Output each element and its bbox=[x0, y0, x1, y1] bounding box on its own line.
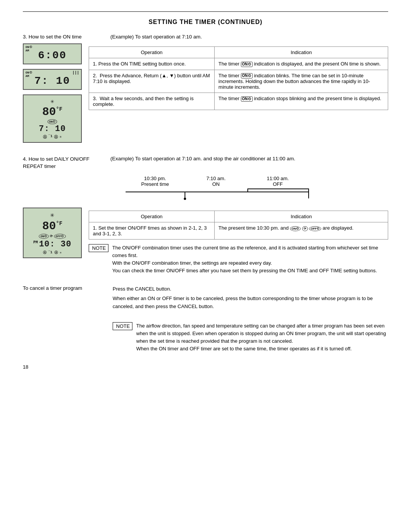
section-4: 4. How to set DAILY ON/OFF REPEAT timer … bbox=[23, 156, 388, 275]
timeline-diagram: 10:30 pm. Present time 7:10 am. ON 11:00… bbox=[46, 176, 388, 202]
on-timer-icon-3: ON⏲ bbox=[241, 96, 253, 102]
s4-ind-col-header: Indication bbox=[215, 211, 388, 222]
note-label-2: NOTE bbox=[113, 322, 132, 330]
section-3-body: ON⏲ AM 6:00 ON⏲ AM ||| 7: 10 ✳ 80°F bbox=[23, 43, 388, 145]
op-cell-1: 1. Press the ON TIME setting button once… bbox=[89, 58, 215, 70]
section-4-note: NOTE The ON/OFF combination timer uses t… bbox=[89, 244, 388, 275]
cancel-label: To cancel a timer program bbox=[23, 285, 107, 291]
ind-cell-1: The timer ON⏲ indication is displayed, a… bbox=[215, 58, 388, 70]
timeline-off-desc: OFF bbox=[273, 181, 283, 187]
section-3-label: 3. How to set the ON time bbox=[23, 34, 107, 40]
table-row: 1. Set the timer ON/OFF times as shown i… bbox=[89, 222, 388, 239]
cancel-text: Press the CANCEL button. When either an … bbox=[113, 285, 388, 310]
ind-cell-3: The timer ON⏲ indication stops blinking … bbox=[215, 93, 388, 110]
final-note: NOTE The airflow direction, fan speed an… bbox=[113, 322, 388, 353]
rotate-icon: ⟳ bbox=[302, 226, 308, 231]
op-cell-3: 3. Wait a few seconds, and then the sett… bbox=[89, 93, 215, 110]
timeline-graphic bbox=[126, 188, 308, 202]
s4-op-cell-1: 1. Set the timer ON/OFF times as shown i… bbox=[89, 222, 215, 239]
lcd-temp: 80°F bbox=[42, 220, 62, 233]
note-text-1: The ON/OFF combination timer uses the cu… bbox=[112, 244, 388, 275]
final-note-section: NOTE The airflow direction, fan speed an… bbox=[23, 318, 388, 353]
section-3: 3. How to set the ON time (Example) To s… bbox=[23, 34, 388, 145]
lcd-timer-icons: ON⏲ ⟳ OFF⏲ bbox=[39, 234, 65, 239]
lcd-time: 10: 30 bbox=[39, 240, 71, 249]
s4-op-col-header: Operation bbox=[89, 211, 215, 222]
off-indicator: OFF⏲ bbox=[309, 226, 321, 231]
on-icon: ON⏲ bbox=[39, 234, 49, 239]
note-text-2: The airflow direction, fan speed and tem… bbox=[136, 322, 388, 353]
timeline-on-time: 7:10 am. bbox=[206, 176, 226, 181]
section-4-example: (Example) To start operation at 7:10 am.… bbox=[110, 156, 295, 161]
section-4-table: Operation Indication 1. Set the timer ON… bbox=[89, 211, 388, 240]
note-label-1: NOTE bbox=[89, 244, 108, 252]
section-3-table: Operation Indication 1. Press the ON TIM… bbox=[89, 46, 388, 110]
lcd-display-1: ON⏲ AM 6:00 bbox=[23, 43, 82, 64]
section-4-label: 4. How to set DAILY ON/OFF REPEAT timer bbox=[23, 156, 107, 170]
section-4-display: ✳ 80°F ON⏲ ⟳ OFF⏲ PM 10: 30 Ⓐ ¯1 Ⓐ ✳ bbox=[23, 208, 82, 258]
op-cell-2: 2. Press the Advance, Return (▲, ▼) butt… bbox=[89, 70, 215, 93]
on-timer-icon-2: ON⏲ bbox=[241, 73, 253, 78]
timeline-on-desc: ON bbox=[212, 181, 220, 187]
snowflake-icon: ✳ bbox=[50, 211, 54, 219]
cancel-section: To cancel a timer program Press the CANC… bbox=[23, 285, 388, 310]
table-row: 1. Press the ON TIME setting button once… bbox=[89, 58, 388, 70]
ind-cell-2: The timer ON⏲ indication blinks. The tim… bbox=[215, 70, 388, 93]
lcd-pm-label: PM bbox=[33, 240, 38, 244]
final-note-content: NOTE The airflow direction, fan speed an… bbox=[113, 318, 388, 353]
lcd-time-row: PM 10: 30 bbox=[33, 239, 71, 249]
top-border bbox=[23, 11, 388, 12]
page-footer: 18 bbox=[23, 364, 388, 370]
section-3-table-wrap: Operation Indication 1. Press the ON TIM… bbox=[89, 43, 388, 110]
ind-col-header: Indication bbox=[215, 47, 388, 58]
lcd-bottom-icons: Ⓐ ¯1 Ⓐ ✳ bbox=[43, 250, 62, 255]
timeline-off-time: 11:00 am. bbox=[267, 176, 289, 181]
off-icon: OFF⏲ bbox=[54, 234, 65, 239]
op-col-header: Operation bbox=[89, 47, 215, 58]
section-4-right: Operation Indication 1. Set the timer ON… bbox=[89, 208, 388, 275]
section-4-header: 4. How to set DAILY ON/OFF REPEAT timer … bbox=[23, 156, 388, 170]
section-3-example: (Example) To start operation at 7:10 am. bbox=[110, 34, 202, 40]
lcd-display-2: ON⏲ AM ||| 7: 10 bbox=[23, 69, 82, 90]
lcd-display-4: ✳ 80°F ON⏲ ⟳ OFF⏲ PM 10: 30 Ⓐ ¯1 Ⓐ ✳ bbox=[23, 208, 82, 258]
section-3-displays: ON⏲ AM 6:00 ON⏲ AM ||| 7: 10 ✳ 80°F bbox=[23, 43, 82, 145]
timeline-present-desc: Present time bbox=[141, 181, 169, 187]
page-number: 18 bbox=[23, 364, 388, 370]
table-row: 2. Press the Advance, Return (▲, ▼) butt… bbox=[89, 70, 388, 93]
on-timer-icon: ON⏲ bbox=[241, 62, 253, 67]
page-title: SETTING THE TIMER (CONTINUED) bbox=[23, 19, 388, 26]
section-3-header: 3. How to set the ON time (Example) To s… bbox=[23, 34, 388, 40]
final-note-left-spacer bbox=[23, 318, 107, 353]
timeline-present-time: 10:30 pm. bbox=[144, 176, 166, 181]
lcd-display-3: ✳ 80°F ON⏲ 7: 10 Ⓐ¯1Ⓐ✳ bbox=[23, 94, 82, 143]
s4-ind-cell-1: The present time 10:30 pm. and ON⏲ ⟳ OFF… bbox=[215, 222, 388, 239]
table-row: 3. Wait a few seconds, and then the sett… bbox=[89, 93, 388, 110]
section-4-body: ✳ 80°F ON⏲ ⟳ OFF⏲ PM 10: 30 Ⓐ ¯1 Ⓐ ✳ bbox=[23, 208, 388, 275]
on-indicator: ON⏲ bbox=[290, 226, 301, 231]
